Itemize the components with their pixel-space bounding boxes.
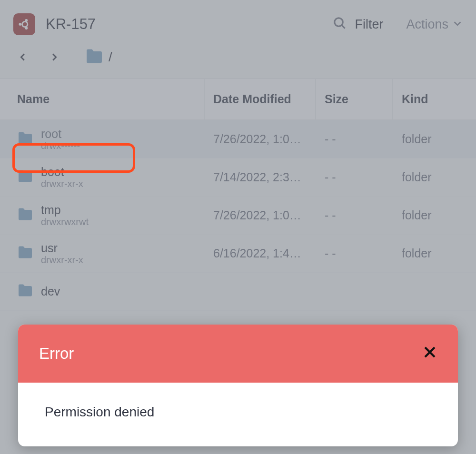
modal-title: Error (39, 345, 74, 363)
modal-message: Permission denied (18, 383, 458, 446)
modal-header: Error (18, 325, 458, 383)
modal-overlay[interactable]: Error Permission denied (0, 0, 476, 454)
close-icon (423, 344, 437, 363)
error-modal: Error Permission denied (18, 325, 458, 446)
close-button[interactable] (423, 345, 437, 362)
